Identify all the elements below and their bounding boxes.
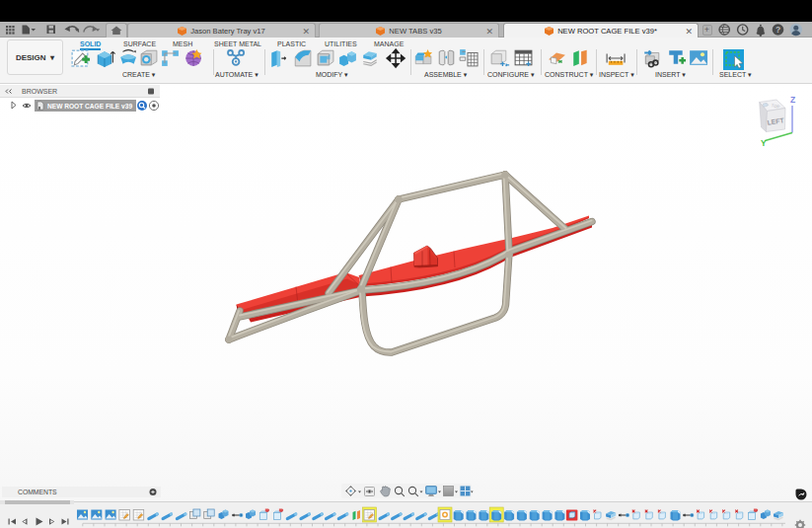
svg-text:Z: Z <box>790 95 795 105</box>
svg-text:Y: Y <box>761 138 767 148</box>
svg-text:COMMENTS: COMMENTS <box>18 489 57 495</box>
svg-text:?: ? <box>775 25 780 35</box>
svg-text:BROWSER: BROWSER <box>22 88 57 95</box>
svg-text:NEW ROOT CAGE FILE v39: NEW ROOT CAGE FILE v39 <box>47 103 132 110</box>
